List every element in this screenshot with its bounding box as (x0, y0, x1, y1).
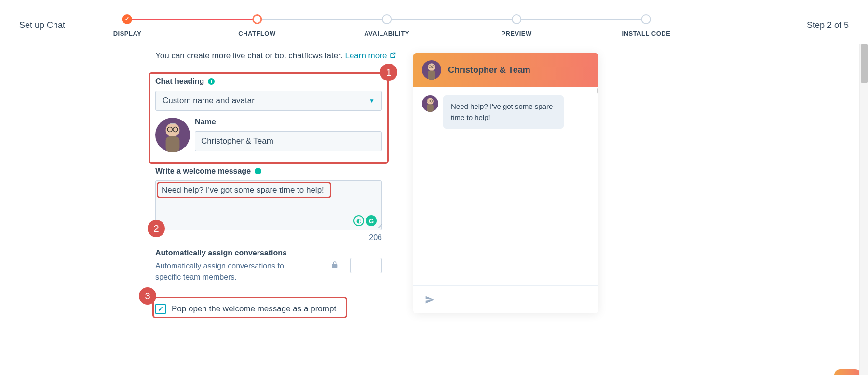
step-label: CHATFLOW (238, 30, 275, 37)
step-dot-display[interactable] (122, 14, 132, 24)
preview-scrollbar[interactable] (597, 87, 598, 260)
resize-handle[interactable] (375, 224, 380, 228)
top-bar: Set up Chat Step 2 of 5 DISPLAY CHATFLOW… (0, 0, 868, 44)
send-icon[interactable] (425, 295, 434, 305)
pop-open-label: Pop open the welcome message as a prompt (172, 304, 336, 314)
learn-more-link[interactable]: Learn more (345, 51, 396, 60)
step-dot-preview[interactable] (512, 14, 521, 24)
auto-assign-toggle[interactable] (350, 258, 382, 273)
preview-title: Christopher & Team (448, 65, 530, 75)
page-title: Set up Chat (19, 20, 65, 30)
select-value: Custom name and avatar (163, 96, 255, 106)
lock-icon (331, 260, 339, 271)
step-label: AVAILABILITY (364, 30, 409, 37)
message-bubble: Need help? I've got some spare time to h… (443, 95, 564, 129)
preview-avatar (422, 60, 441, 80)
pop-open-checkbox[interactable]: ✓ (155, 304, 166, 314)
annotation-badge-3: 3 (139, 287, 156, 305)
step-dot-availability[interactable] (382, 14, 392, 24)
step-label: PREVIEW (501, 30, 531, 37)
info-icon[interactable]: i (255, 168, 261, 174)
step-label: DISPLAY (113, 30, 142, 37)
welcome-textarea[interactable]: Need help? I've got some spare time to h… (156, 181, 381, 230)
preview-footer (413, 285, 598, 313)
info-icon[interactable]: i (208, 78, 215, 85)
name-label: Name (195, 118, 382, 126)
annotation-badge-2: 2 (148, 220, 165, 237)
auto-assign-sub: Automatically assign conversations to sp… (155, 260, 310, 282)
step-dot-chatflow[interactable] (252, 14, 262, 24)
annotation-badge-1: 1 (380, 64, 397, 81)
preview-header: Christopher & Team (413, 53, 598, 87)
message-avatar (422, 95, 438, 112)
chat-preview: Christopher & Team Need help? I've got s… (413, 53, 598, 313)
chevron-down-icon: ▼ (369, 97, 375, 104)
preview-message-row: Need help? I've got some spare time to h… (422, 95, 590, 129)
grammarly-tone-icon[interactable]: ◐ (353, 215, 364, 226)
name-input[interactable] (195, 131, 382, 151)
welcome-label: Write a welcome messagei (155, 167, 382, 175)
chat-launcher-peek[interactable] (834, 369, 861, 375)
auto-assign-title: Automatically assign conversations (155, 249, 319, 257)
chat-heading-select[interactable]: Custom name and avatar ▼ (155, 91, 382, 111)
step-label: INSTALL CODE (622, 30, 671, 37)
external-link-icon (389, 52, 396, 59)
avatar-picker[interactable] (155, 118, 190, 152)
step-indicator: Step 2 of 5 (807, 20, 849, 30)
chat-heading-label: Chat headingi (155, 77, 382, 86)
char-counter: 206 (155, 233, 382, 242)
step-dot-install[interactable] (641, 14, 651, 24)
page-scrollbar[interactable] (859, 44, 868, 375)
